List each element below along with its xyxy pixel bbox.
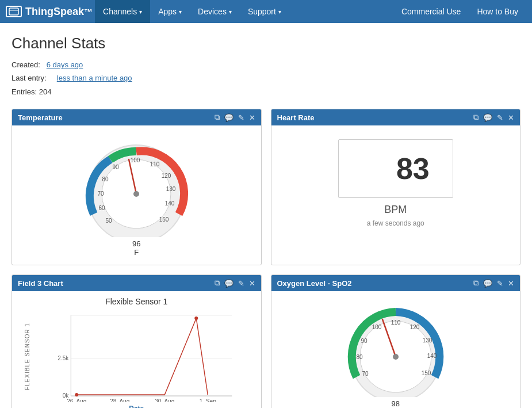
- field3-widget: Field 3 Chart ⧉ 💬 ✎ ✕ Flexible Sensor 1 …: [12, 274, 262, 408]
- svg-text:30. Aug: 30. Aug: [155, 398, 174, 402]
- temperature-comment-icon[interactable]: 💬: [224, 113, 234, 122]
- entries-label: Entries:: [12, 87, 37, 96]
- svg-point-28: [75, 393, 78, 396]
- oxygen-close-icon[interactable]: ✕: [508, 279, 514, 288]
- oxygen-widget: Oxygen Level - SpO2 ⧉ 💬 ✎ ✕: [271, 274, 521, 408]
- svg-text:1. Sep: 1. Sep: [200, 398, 216, 402]
- oxygen-title: Oxygen Level - SpO2: [277, 279, 474, 288]
- heart-rate-unit: BPM: [384, 204, 407, 216]
- heart-rate-icons: ⧉ 💬 ✎ ✕: [473, 113, 514, 122]
- svg-text:150: 150: [421, 370, 431, 376]
- oxygen-gauge: 110 120 130 140 150 100 90 80 70: [341, 299, 450, 397]
- chart-xlabel: Date: [18, 405, 255, 408]
- widget-grid: Temperature ⧉ 💬 ✎ ✕: [12, 109, 520, 408]
- support-dropdown-arrow: ▾: [278, 9, 281, 15]
- svg-rect-0: [9, 8, 18, 15]
- nav-commercial-use[interactable]: Commercial Use: [393, 0, 469, 23]
- channel-stats-info: Created: 6 days ago Last entry: less tha…: [12, 58, 520, 98]
- heart-rate-title: Heart Rate: [277, 113, 474, 122]
- temperature-widget: Temperature ⧉ 💬 ✎ ✕: [12, 109, 262, 265]
- apps-dropdown-arrow: ▾: [179, 9, 182, 15]
- created-label: Created:: [12, 60, 40, 69]
- chart-title: Flexible Sensor 1: [18, 297, 255, 306]
- temperature-header: Temperature ⧉ 💬 ✎ ✕: [12, 109, 261, 125]
- heart-rate-close-icon[interactable]: ✕: [508, 113, 514, 122]
- temperature-body: 50 60 70 80 90 100 110 120 130: [12, 125, 261, 265]
- svg-text:80: 80: [102, 176, 109, 182]
- field3-header: Field 3 Chart ⧉ 💬 ✎ ✕: [12, 275, 261, 291]
- svg-point-29: [194, 317, 198, 320]
- svg-text:140: 140: [165, 200, 175, 207]
- heart-rate-edit-icon[interactable]: ✎: [497, 113, 503, 122]
- heart-rate-header: Heart Rate ⧉ 💬 ✎ ✕: [271, 109, 520, 125]
- field3-title: Field 3 Chart: [18, 279, 215, 288]
- svg-text:140: 140: [427, 353, 437, 359]
- last-entry-label: Last entry:: [12, 74, 47, 82]
- svg-text:70: 70: [362, 371, 369, 377]
- svg-text:50: 50: [106, 218, 113, 224]
- brand-icon: [6, 6, 22, 17]
- heart-rate-widget: Heart Rate ⧉ 💬 ✎ ✕ 83 BPM a few seconds …: [271, 109, 521, 265]
- heart-rate-value: 83: [338, 139, 453, 198]
- last-entry-value[interactable]: less than a minute ago: [57, 74, 132, 82]
- svg-text:110: 110: [150, 161, 160, 167]
- navbar: ThingSpeak™ Channels ▾ Apps ▾ Devices ▾ …: [0, 0, 532, 23]
- heart-rate-comment-icon[interactable]: 💬: [483, 113, 492, 122]
- svg-text:90: 90: [361, 338, 368, 344]
- svg-text:130: 130: [166, 186, 176, 192]
- svg-point-42: [393, 354, 399, 360]
- temperature-close-icon[interactable]: ✕: [249, 113, 255, 122]
- field3-comment-icon[interactable]: 💬: [224, 279, 234, 288]
- nav-item-channels[interactable]: Channels ▾: [95, 0, 150, 23]
- svg-text:2.5k: 2.5k: [58, 355, 69, 361]
- temperature-value: 96 F: [132, 239, 140, 257]
- svg-text:100: 100: [372, 324, 381, 330]
- svg-text:130: 130: [422, 337, 432, 344]
- oxygen-comment-icon[interactable]: 💬: [483, 279, 492, 288]
- field3-close-icon[interactable]: ✕: [249, 279, 255, 288]
- entries-value: 204: [39, 87, 52, 96]
- nav-item-devices[interactable]: Devices ▾: [190, 0, 240, 23]
- brand-name: ThingSpeak: [25, 6, 84, 18]
- svg-text:70: 70: [98, 190, 105, 197]
- nav-right: Commercial Use How to Buy: [393, 0, 526, 23]
- svg-text:110: 110: [391, 319, 400, 326]
- svg-text:80: 80: [356, 354, 363, 360]
- channels-dropdown-arrow: ▾: [139, 9, 142, 15]
- svg-text:28. Aug: 28. Aug: [110, 398, 129, 402]
- heart-rate-external-link-icon[interactable]: ⧉: [473, 113, 479, 122]
- nav-item-support[interactable]: Support ▾: [240, 0, 289, 23]
- temperature-title: Temperature: [18, 113, 215, 122]
- temperature-icons: ⧉ 💬 ✎ ✕: [215, 113, 255, 122]
- svg-text:90: 90: [113, 164, 120, 170]
- svg-text:150: 150: [159, 216, 169, 223]
- temperature-edit-icon[interactable]: ✎: [238, 113, 244, 122]
- heart-rate-time: a few seconds ago: [367, 219, 424, 227]
- oxygen-icons: ⧉ 💬 ✎ ✕: [473, 279, 514, 288]
- field3-chart-svg: 0k 2.5k 26. Aug 28. Aug 30. Aug 1. Sep: [36, 310, 255, 402]
- field3-body: Flexible Sensor 1 FLEXIBLE SENSOR 1: [12, 291, 261, 408]
- page-title: Channel Stats: [12, 35, 520, 52]
- nav-item-apps[interactable]: Apps ▾: [150, 0, 190, 23]
- temperature-gauge: 50 60 70 80 90 100 110 120 130: [79, 134, 194, 237]
- oxygen-header: Oxygen Level - SpO2 ⧉ 💬 ✎ ✕: [271, 275, 520, 291]
- heart-rate-body: 83 BPM a few seconds ago: [271, 125, 520, 241]
- field3-external-link-icon[interactable]: ⧉: [215, 279, 220, 288]
- brand-trademark: ™: [84, 7, 93, 17]
- oxygen-body: 110 120 130 140 150 100 90 80 70 98 %: [271, 291, 520, 408]
- nav-items: Channels ▾ Apps ▾ Devices ▾ Support ▾: [95, 0, 393, 23]
- svg-text:60: 60: [99, 205, 106, 211]
- devices-dropdown-arrow: ▾: [229, 9, 232, 15]
- oxygen-edit-icon[interactable]: ✎: [497, 279, 503, 288]
- svg-text:120: 120: [409, 324, 419, 330]
- nav-how-to-buy[interactable]: How to Buy: [469, 0, 526, 23]
- field3-edit-icon[interactable]: ✎: [238, 279, 244, 288]
- field3-icons: ⧉ 💬 ✎ ✕: [215, 279, 255, 288]
- chart-ylabel: FLEXIBLE SENSOR 1: [24, 323, 30, 390]
- temperature-external-link-icon[interactable]: ⧉: [215, 113, 220, 122]
- svg-text:100: 100: [131, 157, 140, 163]
- oxygen-external-link-icon[interactable]: ⧉: [473, 279, 479, 288]
- main-content: Channel Stats Created: 6 days ago Last e…: [0, 23, 532, 408]
- created-value[interactable]: 6 days ago: [47, 60, 83, 69]
- oxygen-value: 98 %: [392, 399, 400, 408]
